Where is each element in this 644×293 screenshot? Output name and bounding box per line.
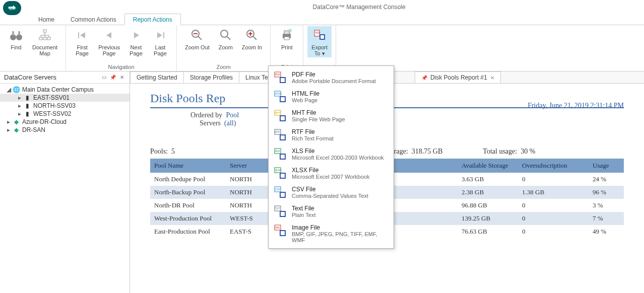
export-icon: PDF	[311, 27, 328, 43]
svg-text:PDF: PDF	[315, 31, 320, 34]
zoom-out-button[interactable]: Zoom Out	[181, 26, 214, 51]
zoom-out-icon	[189, 27, 205, 43]
app-title: DataCore™ Management Console	[313, 4, 406, 11]
last-page-button[interactable]: Last Page	[148, 26, 172, 57]
tab-disk-pools-report[interactable]: 📌Disk Pools Report #1✕	[415, 71, 501, 83]
server-icon: ▮	[23, 110, 31, 117]
server-icon: ▮	[23, 102, 31, 109]
svg-rect-50	[281, 174, 285, 178]
svg-rect-2	[12, 31, 14, 35]
app-logo-icon	[3, 1, 21, 15]
servers-link[interactable]: (all)	[224, 119, 236, 127]
svg-text:MHT: MHT	[275, 111, 281, 114]
svg-text:XLS: XLS	[275, 150, 280, 153]
file-xlsx-icon: XLSX	[274, 167, 287, 180]
next-page-button[interactable]: Next Page	[124, 26, 148, 57]
svg-rect-6	[43, 37, 46, 40]
export-item-xlsx[interactable]: XLSXXLSX FileMicrosoft Excel 2007 Workbo…	[269, 164, 394, 183]
ribbon: Find Document Map First Page Previous Pa…	[0, 25, 644, 71]
svg-rect-62	[281, 231, 285, 235]
svg-rect-34	[281, 97, 285, 101]
tab-storage-profiles[interactable]: Storage Profiles	[183, 71, 239, 83]
prev-icon	[101, 27, 117, 43]
server-icon: ▮	[23, 94, 31, 101]
ordered-by-link[interactable]: Pool	[226, 111, 239, 119]
svg-rect-30	[281, 78, 285, 82]
sidebar-close-icon[interactable]: ✕	[118, 74, 125, 81]
tree-east-ssv01[interactable]: ▸▮EAST-SSV01	[0, 94, 130, 102]
find-button[interactable]: Find	[4, 26, 28, 51]
svg-rect-8	[78, 32, 79, 38]
export-to-button[interactable]: PDFExport To ▾	[307, 26, 332, 57]
svg-text:HTML: HTML	[275, 92, 282, 95]
export-item-mht[interactable]: MHTMHT FileSingle File Web Page	[269, 106, 394, 125]
svg-text:PDF: PDF	[275, 73, 280, 76]
export-item-html[interactable]: HTMLHTML FileWeb Page	[269, 87, 394, 106]
zoom-in-icon	[244, 27, 260, 43]
svg-text:RTF: RTF	[275, 130, 280, 133]
svg-text:TXT: TXT	[275, 207, 280, 210]
export-item-csv[interactable]: CSVCSV FileComma-Separated Values Text	[269, 183, 394, 202]
sidebar: DataCore Servers ▭ 📌 ✕ ◢🌐Main Data Cente…	[0, 71, 130, 293]
zoom-button[interactable]: Zoom	[214, 26, 238, 51]
menubar: Home Common Actions Report Actions	[0, 14, 644, 25]
menu-common-actions[interactable]: Common Actions	[62, 14, 124, 25]
zoom-icon	[218, 27, 234, 43]
tab-getting-started[interactable]: Getting Started	[130, 71, 184, 83]
svg-rect-26	[320, 35, 324, 39]
file-img-icon: IMG	[274, 224, 287, 237]
tree-drsan[interactable]: ▸◆DR-SAN	[0, 126, 130, 134]
svg-rect-3	[18, 31, 20, 35]
sidebar-title: DataCore Servers	[4, 74, 56, 81]
menu-home[interactable]: Home	[30, 14, 62, 25]
print-button[interactable]: ?Print	[275, 26, 299, 51]
export-item-txt[interactable]: TXTText FilePlain Text	[269, 202, 394, 221]
tree-campus[interactable]: ◢🌐Main Data Center Campus	[0, 86, 130, 94]
printer-icon: ?	[279, 27, 295, 43]
svg-rect-42	[281, 135, 285, 139]
zoom-in-button[interactable]: Zoom In	[238, 26, 266, 51]
svg-rect-58	[281, 212, 285, 216]
svg-rect-5	[39, 37, 42, 40]
close-icon[interactable]: ✕	[490, 75, 494, 81]
export-item-pdf[interactable]: PDFPDF FileAdobe Portable Document Forma…	[269, 68, 394, 87]
report-date: Friday, June 21, 2019 2:31:14 PM	[528, 102, 624, 110]
export-item-rtf[interactable]: RTFRTF FileRich Text Format	[269, 125, 394, 144]
sidebar-pin-icon[interactable]: 📌	[109, 74, 116, 81]
binoculars-icon	[8, 27, 24, 43]
cloud-icon: ◆	[12, 118, 20, 125]
nav-group-label: Navigation	[70, 64, 172, 71]
first-icon	[74, 27, 90, 43]
export-item-img[interactable]: IMGImage FileBMP, GIF, JPEG, PNG, TIFF, …	[269, 221, 394, 246]
zoom-group-label: Zoom	[181, 64, 266, 71]
svg-text:IMG: IMG	[275, 226, 280, 229]
tree-west-ssv02[interactable]: ▸▮WEST-SSV02	[0, 110, 130, 118]
svg-line-14	[227, 36, 230, 40]
first-page-button[interactable]: First Page	[70, 26, 94, 57]
san-icon: ◆	[12, 126, 20, 133]
svg-rect-9	[163, 32, 164, 38]
svg-text:?: ?	[289, 29, 292, 34]
svg-line-16	[253, 36, 256, 40]
document-map-button[interactable]: Document Map	[28, 26, 61, 57]
file-html-icon: HTML	[274, 90, 287, 103]
svg-rect-46	[281, 155, 285, 159]
file-pdf-icon: PDF	[274, 71, 287, 84]
svg-rect-4	[43, 30, 46, 32]
menu-report-actions[interactable]: Report Actions	[124, 14, 181, 25]
svg-rect-7	[47, 37, 50, 40]
sidebar-dock-icon[interactable]: ▭	[100, 74, 107, 81]
prev-page-button[interactable]: Previous Page	[94, 26, 124, 57]
tree-north-ssv03[interactable]: ▸▮NORTH-SSV03	[0, 102, 130, 110]
server-tree: ◢🌐Main Data Center Campus ▸▮EAST-SSV01 ▸…	[0, 84, 130, 136]
globe-icon: 🌐	[12, 86, 20, 93]
svg-rect-21	[284, 37, 289, 40]
export-item-xls[interactable]: XLSXLS FileMicrosoft Excel 2000-2003 Wor…	[269, 144, 394, 164]
tree-azure[interactable]: ▸◆Azure-DR-Cloud	[0, 118, 130, 126]
file-xls-icon: XLS	[274, 148, 287, 161]
export-menu: PDFPDF FileAdobe Portable Document Forma…	[268, 65, 394, 249]
hierarchy-icon	[37, 27, 53, 43]
next-icon	[128, 27, 144, 43]
file-txt-icon: TXT	[274, 205, 287, 218]
last-icon	[152, 27, 168, 43]
